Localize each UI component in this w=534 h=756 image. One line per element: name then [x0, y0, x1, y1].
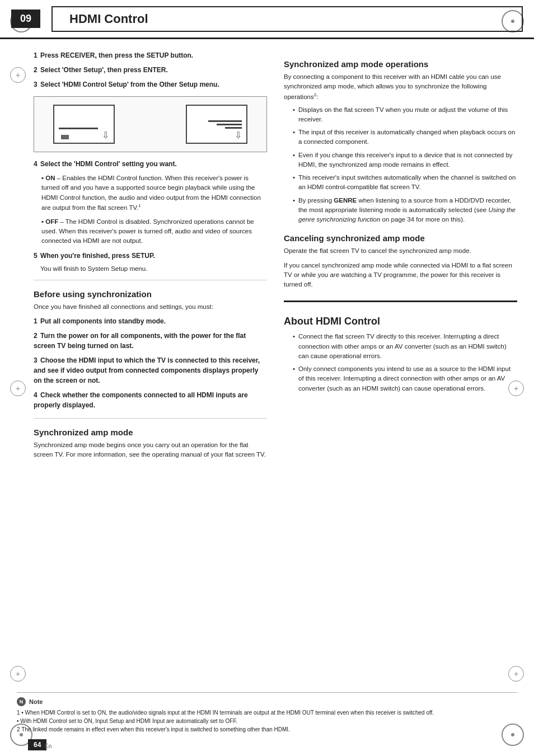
compass-right-bottom	[508, 666, 524, 682]
on-sup: 1	[138, 203, 140, 208]
diagram-panel-right: ⇩	[186, 105, 247, 144]
hdmi-diagram: ⇩ ⇩	[34, 96, 267, 152]
step-4: 4 Select the 'HDMI Control' setting you …	[34, 159, 267, 169]
off-text: – The HDMI Control is disabled. Synchron…	[41, 218, 254, 245]
sync-ops-item-3: This receiver's input switches automatic…	[293, 173, 517, 192]
left-column: 1 Press RECEIVER, then press the SETUP b…	[34, 50, 267, 459]
before-sync-step-1: 1 Put all components into standby mode.	[34, 316, 267, 326]
off-bullet: • OFF – The HDMI Control is disabled. Sy…	[41, 217, 267, 246]
on-marker: • ON	[41, 175, 55, 181]
about-hdmi-item-0: Connect the flat screen TV directly to t…	[293, 332, 517, 361]
step-5-text: When you're finished, press SETUP.	[40, 252, 155, 260]
sync-ops-title: Synchronized amp mode operations	[284, 59, 517, 69]
step-3-num: 3	[34, 81, 38, 88]
sync-ops-list: Displays on the flat screen TV when you …	[293, 105, 517, 225]
on-text: – Enables the HDMI Control function. Whe…	[41, 175, 261, 211]
page-lang: En	[45, 743, 51, 749]
diagram-right-lines	[208, 120, 242, 129]
step-5-num: 5	[34, 252, 38, 260]
about-hdmi-item-1: Only connect components you intend to us…	[293, 364, 517, 393]
cancel-sync-text1: Operate the flat screen TV to cancel the…	[284, 246, 517, 256]
divider-1	[34, 280, 267, 280]
step-1-text: Press RECEIVER, then press the SETUP but…	[40, 51, 193, 59]
sync-amp-title: Synchronized amp mode	[34, 428, 267, 437]
main-content: 1 Press RECEIVER, then press the SETUP b…	[0, 39, 534, 471]
diagram-line-2	[217, 124, 242, 125]
bs-step-2-text: Turn the power on for all components, wi…	[34, 332, 246, 350]
sync-ops-item-4: By pressing GENRE when listening to a so…	[293, 196, 517, 225]
step-4-text: Select the 'HDMI Control' setting you wa…	[40, 160, 177, 168]
step-5: 5 When you're finished, press SETUP.	[34, 251, 267, 261]
divider-2	[34, 418, 267, 419]
sync-amp-intro: Synchronized amp mode begins once you ca…	[34, 440, 267, 460]
step-5-sub: You will finish to System Setup menu.	[40, 265, 267, 272]
compass-left-mid	[10, 67, 26, 83]
sync-ops-sup: 2	[314, 92, 316, 97]
note-icon: N	[17, 697, 26, 706]
before-sync-step-3: 3 Choose the HDMI input to which the TV …	[34, 355, 267, 386]
note-header: N Note	[17, 697, 517, 706]
step-4-num: 4	[34, 160, 38, 168]
bs-step-4-num: 4	[34, 391, 38, 399]
compass-left-bottom	[10, 666, 26, 682]
off-marker: • OFF	[41, 218, 58, 225]
step-2-num: 2	[34, 66, 38, 74]
footnote-1b: • With HDMI Control set to ON, Input Set…	[17, 717, 517, 725]
bs-step-3-num: 3	[34, 356, 38, 364]
step-2-text: Select 'Other Setup', then press ENTER.	[40, 66, 168, 74]
about-hdmi-box: About HDMI Control Connect the flat scre…	[284, 300, 517, 393]
bs-step-3-text: Choose the HDMI input to which the TV is…	[34, 356, 260, 384]
footer-notes: N Note 1 • When HDMI Control is set to O…	[17, 692, 517, 734]
footnote-2: 2 The linked mode remains in effect even…	[17, 725, 517, 734]
diagram-line	[59, 128, 98, 129]
cancel-sync-text2: If you cancel synchronized amp mode whil…	[284, 261, 517, 290]
compass-left-lower	[10, 381, 26, 396]
page-number: 64	[28, 739, 46, 750]
on-bullet: • ON – Enables the HDMI Control function…	[41, 173, 267, 213]
diagram-line-3	[225, 127, 242, 129]
diagram-line-1	[208, 120, 242, 122]
step-1-num: 1	[34, 51, 38, 59]
bs-step-1-text: Put all components into standby mode.	[40, 317, 166, 325]
step-2: 2 Select 'Other Setup', then press ENTER…	[34, 65, 267, 75]
diagram-panel-left: ⇩	[53, 105, 115, 144]
chapter-badge: 09	[11, 10, 40, 28]
sync-ops-intro: By connecting a component to this receiv…	[284, 72, 517, 102]
about-hdmi-title: About HDMI Control	[284, 316, 517, 327]
step-3-text: Select 'HDMI Control Setup' from the Oth…	[40, 81, 219, 88]
right-column: Synchronized amp mode operations By conn…	[284, 50, 517, 459]
page-header: 09 HDMI Control	[0, 0, 534, 39]
step-3: 3 Select 'HDMI Control Setup' from the O…	[34, 79, 267, 90]
bs-step-1-num: 1	[34, 317, 38, 325]
sync-ops-item-2: Even if you change this receiver's input…	[293, 151, 517, 170]
before-sync-step-2: 2 Turn the power on for all components, …	[34, 331, 267, 351]
diagram-arrow-right: ⇩	[235, 130, 242, 140]
note-label: Note	[29, 698, 43, 705]
bs-step-2-num: 2	[34, 332, 38, 340]
bs-step-4-text: Check whether the components connected t…	[34, 391, 248, 409]
page-title: HDMI Control	[51, 6, 523, 32]
footnote-1: 1 • When HDMI Control is set to ON, the …	[17, 708, 517, 717]
sync-ops-item-0: Displays on the flat screen TV when you …	[293, 105, 517, 125]
about-hdmi-list: Connect the flat screen TV directly to t…	[293, 332, 517, 393]
sync-ops-item-1: The input of this receiver is automatica…	[293, 128, 517, 147]
before-sync-step-4: 4 Check whether the components connected…	[34, 390, 267, 410]
cancel-sync-title: Canceling synchronized amp mode	[284, 233, 517, 243]
step-1: 1 Press RECEIVER, then press the SETUP b…	[34, 50, 267, 60]
before-sync-intro: Once you have finished all connections a…	[34, 302, 267, 312]
before-sync-title: Before using synchronization	[34, 289, 267, 299]
diagram-arrow-left: ⇩	[102, 130, 109, 140]
diagram-port-1	[61, 135, 69, 139]
